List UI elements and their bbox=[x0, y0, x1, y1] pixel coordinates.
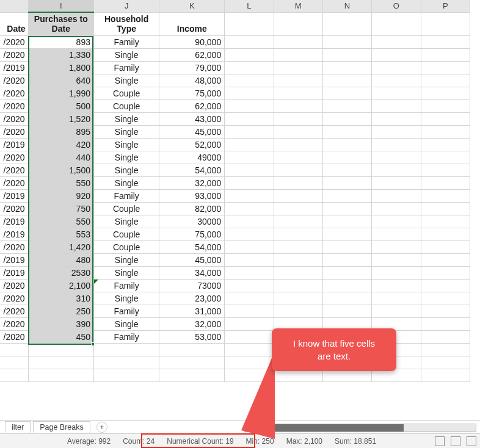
cell-income[interactable]: 32,000 bbox=[159, 176, 225, 189]
cell-date[interactable]: /2019 bbox=[0, 253, 28, 266]
col-header-k[interactable]: K bbox=[159, 0, 225, 12]
table-row[interactable]: /2019920Family93,000 bbox=[0, 189, 470, 202]
cell-household[interactable]: Single bbox=[93, 151, 159, 164]
table-row[interactable]: /2020550Single32,000 bbox=[0, 176, 470, 189]
table-row[interactable]: /20201,420Couple54,000 bbox=[0, 240, 470, 253]
cell-purchases[interactable]: 420 bbox=[28, 138, 93, 151]
cell-household[interactable]: Single bbox=[93, 292, 159, 305]
sheet-tab-filter[interactable]: ilter bbox=[5, 421, 31, 433]
cell-household[interactable]: Single bbox=[93, 48, 159, 61]
table-row[interactable]: /2019553Couple75,000 bbox=[0, 228, 470, 240]
cell-income[interactable]: 31,000 bbox=[159, 305, 225, 317]
cell-date[interactable]: /2019 bbox=[0, 215, 28, 228]
cell-household[interactable]: Couple bbox=[93, 99, 159, 112]
cell-date[interactable]: /2020 bbox=[0, 125, 28, 138]
table-row[interactable]: /2020893Family90,000 bbox=[0, 35, 470, 48]
cell-income[interactable]: 62,000 bbox=[159, 99, 225, 112]
cell-household[interactable]: Couple bbox=[93, 202, 159, 215]
table-row[interactable]: /20192530Single34,000 bbox=[0, 266, 470, 279]
view-page-break-icon[interactable] bbox=[467, 436, 476, 446]
cell-purchases[interactable]: 1,500 bbox=[28, 164, 93, 176]
cell-income[interactable]: 43,000 bbox=[159, 112, 225, 125]
col-header-m[interactable]: M bbox=[274, 0, 322, 12]
cell-purchases[interactable]: 893 bbox=[28, 35, 93, 48]
cell-date[interactable]: /2020 bbox=[0, 112, 28, 125]
cell-date[interactable]: /2019 bbox=[0, 189, 28, 202]
cell-date[interactable]: /2020 bbox=[0, 99, 28, 112]
cell-income[interactable]: 82,000 bbox=[159, 202, 225, 215]
cell-household[interactable]: Single bbox=[93, 125, 159, 138]
table-row[interactable]: /20202,100Family73000 bbox=[0, 279, 470, 292]
table-row[interactable]: /20191,800Family79,000 bbox=[0, 61, 470, 74]
cell-purchases[interactable]: 2530 bbox=[28, 266, 93, 279]
cell-date[interactable]: /2020 bbox=[0, 305, 28, 317]
cell-date[interactable]: /2020 bbox=[0, 151, 28, 164]
cell-date[interactable]: /2020 bbox=[0, 317, 28, 330]
cell-household[interactable]: Family bbox=[93, 35, 159, 48]
table-row[interactable]: /2020310Single23,000 bbox=[0, 292, 470, 305]
cell-date[interactable]: /2020 bbox=[0, 48, 28, 61]
cell-purchases[interactable]: 895 bbox=[28, 125, 93, 138]
cell-date[interactable]: /2020 bbox=[0, 330, 28, 343]
table-row[interactable]: /20201,500Single54,000 bbox=[0, 164, 470, 176]
cell-date[interactable]: /2020 bbox=[0, 240, 28, 253]
cell-purchases[interactable]: 550 bbox=[28, 176, 93, 189]
table-row[interactable]: /2020440Single49000 bbox=[0, 151, 470, 164]
table-row[interactable]: /2020450Family53,000 bbox=[0, 330, 470, 343]
cell-household[interactable]: Single bbox=[93, 266, 159, 279]
table-row[interactable]: /2020750Couple82,000 bbox=[0, 202, 470, 215]
table-row[interactable]: /2020640Single48,000 bbox=[0, 74, 470, 87]
cell-household[interactable]: Couple bbox=[93, 87, 159, 99]
cell-income[interactable]: 45,000 bbox=[159, 125, 225, 138]
cell-household[interactable]: Family bbox=[93, 189, 159, 202]
cell-date[interactable]: /2020 bbox=[0, 202, 28, 215]
cell-income[interactable]: 53,000 bbox=[159, 330, 225, 343]
col-header-l[interactable]: L bbox=[225, 0, 274, 12]
cell-income[interactable]: 45,000 bbox=[159, 253, 225, 266]
cell-purchases[interactable]: 1,420 bbox=[28, 240, 93, 253]
column-header-row[interactable]: I J K L M N O P bbox=[0, 0, 470, 12]
cell-household[interactable]: Single bbox=[93, 164, 159, 176]
cell-purchases[interactable]: 390 bbox=[28, 317, 93, 330]
cell-date[interactable]: /2020 bbox=[0, 35, 28, 48]
cell-purchases[interactable]: 440 bbox=[28, 151, 93, 164]
cell-household[interactable]: Single bbox=[93, 176, 159, 189]
table-row[interactable]: /2020250Family31,000 bbox=[0, 305, 470, 317]
cell-purchases[interactable]: 310 bbox=[28, 292, 93, 305]
cell-purchases[interactable]: 250 bbox=[28, 305, 93, 317]
cell-income[interactable]: 79,000 bbox=[159, 61, 225, 74]
cell-household[interactable]: Single bbox=[93, 215, 159, 228]
cell-income[interactable]: 62,000 bbox=[159, 48, 225, 61]
cell-income[interactable]: 54,000 bbox=[159, 240, 225, 253]
cell-date[interactable]: /2020 bbox=[0, 87, 28, 99]
cell-purchases[interactable]: 1,800 bbox=[28, 61, 93, 74]
cell-income[interactable]: 75,000 bbox=[159, 87, 225, 99]
cell-purchases[interactable]: 480 bbox=[28, 253, 93, 266]
table-row[interactable]: /20201,330Single62,000 bbox=[0, 48, 470, 61]
cell-household[interactable]: Family bbox=[93, 330, 159, 343]
cell-purchases[interactable]: 920 bbox=[28, 189, 93, 202]
cell-income[interactable]: 93,000 bbox=[159, 189, 225, 202]
col-header-j[interactable]: J bbox=[93, 0, 159, 12]
col-header-o[interactable]: O bbox=[372, 0, 421, 12]
col-header-p[interactable]: P bbox=[421, 0, 470, 12]
cell-household[interactable]: Single bbox=[93, 138, 159, 151]
cell-household[interactable]: Family bbox=[93, 279, 159, 292]
cell-income[interactable]: 75,000 bbox=[159, 228, 225, 240]
cell-income[interactable]: 30000 bbox=[159, 215, 225, 228]
table-row[interactable]: /2020390Single32,000 bbox=[0, 317, 470, 330]
cell-income[interactable]: 52,000 bbox=[159, 138, 225, 151]
col-header-n[interactable]: N bbox=[322, 0, 371, 12]
view-page-layout-icon[interactable] bbox=[451, 436, 460, 446]
cell-household[interactable]: Family bbox=[93, 305, 159, 317]
cell-date[interactable]: /2020 bbox=[0, 279, 28, 292]
cell-income[interactable]: 23,000 bbox=[159, 292, 225, 305]
cell-income[interactable]: 73000 bbox=[159, 279, 225, 292]
cell-household[interactable]: Single bbox=[93, 253, 159, 266]
cell-income[interactable]: 34,000 bbox=[159, 266, 225, 279]
cell-purchases[interactable]: 640 bbox=[28, 74, 93, 87]
table-row[interactable]: /2019480Single45,000 bbox=[0, 253, 470, 266]
cell-purchases[interactable]: 1,990 bbox=[28, 87, 93, 99]
cell-date[interactable]: /2020 bbox=[0, 176, 28, 189]
spreadsheet-grid[interactable]: I J K L M N O P Date Purchases to Date H… bbox=[0, 0, 470, 382]
